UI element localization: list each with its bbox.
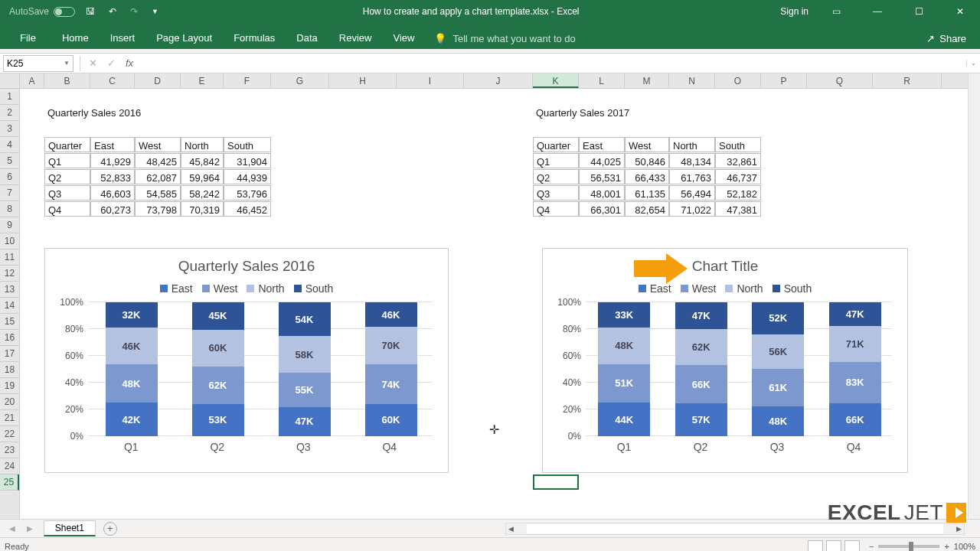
cell[interactable]: 60,273 — [90, 201, 135, 217]
cancel-formula-icon[interactable]: ✕ — [83, 57, 102, 69]
cell[interactable]: 52,833 — [90, 169, 135, 184]
bar-segment[interactable]: 60K — [192, 330, 244, 367]
bar-segment[interactable]: 70K — [365, 327, 417, 364]
signin-link[interactable]: Sign in — [780, 6, 808, 17]
cell[interactable]: West — [625, 137, 669, 152]
cell[interactable]: Q1 — [44, 153, 90, 168]
bar-stack[interactable]: 57K66K62K47K — [675, 302, 727, 436]
cell[interactable]: South — [715, 137, 761, 152]
zoom-out-button[interactable]: − — [869, 542, 874, 551]
bar-stack[interactable]: 44K51K48K33K — [598, 302, 650, 436]
bar-segment[interactable]: 66K — [829, 403, 881, 436]
row-header[interactable]: 3 — [0, 121, 19, 137]
cell[interactable]: North — [669, 137, 715, 152]
row-header[interactable]: 25 — [0, 474, 19, 491]
cell[interactable]: 52,182 — [715, 185, 761, 201]
cell[interactable]: 61,763 — [669, 169, 715, 184]
row-header[interactable]: 14 — [0, 298, 19, 314]
autosave-toggle[interactable]: AutoSave — [9, 6, 75, 17]
col-header[interactable]: G — [271, 73, 329, 88]
view-layout-button[interactable] — [826, 540, 841, 552]
col-header[interactable]: M — [625, 73, 669, 88]
bar-stack[interactable]: 53K62K60K45K — [192, 302, 244, 436]
fx-icon[interactable]: fx — [120, 57, 139, 69]
bar-segment[interactable]: 47K — [829, 302, 881, 326]
bar-segment[interactable]: 71K — [829, 326, 881, 361]
row-header[interactable]: 5 — [0, 153, 19, 169]
tab-page-layout[interactable]: Page Layout — [145, 27, 223, 49]
view-pagebreak-button[interactable] — [844, 540, 860, 552]
bar-segment[interactable]: 62K — [675, 329, 727, 365]
cell[interactable]: 48,134 — [669, 153, 715, 168]
sheet-tab[interactable]: Sheet1 — [44, 520, 96, 536]
col-header[interactable]: D — [135, 73, 181, 88]
cell[interactable]: North — [181, 137, 224, 152]
col-header[interactable]: O — [715, 73, 761, 88]
add-sheet-button[interactable]: + — [103, 522, 117, 536]
bar-segment[interactable]: 32K — [106, 302, 158, 328]
bar-segment[interactable]: 46K — [106, 328, 158, 364]
vertical-scrollbar[interactable] — [968, 73, 980, 519]
cell[interactable]: 48,001 — [579, 185, 625, 201]
row-header[interactable]: 9 — [0, 217, 19, 233]
bar-segment[interactable]: 48K — [752, 406, 804, 436]
bar-segment[interactable]: 48K — [106, 364, 158, 403]
cell[interactable]: 41,929 — [90, 153, 135, 168]
chevron-down-icon[interactable]: ▼ — [64, 60, 70, 67]
cell[interactable]: 66,301 — [579, 201, 625, 217]
cell[interactable]: Q4 — [44, 201, 90, 217]
tab-formulas[interactable]: Formulas — [223, 27, 286, 49]
cell[interactable]: 71,022 — [669, 201, 715, 217]
cell[interactable]: Quarter — [44, 137, 90, 152]
cell[interactable]: Q4 — [533, 201, 579, 217]
bar-segment[interactable]: 56K — [752, 334, 804, 369]
bar-segment[interactable]: 55K — [279, 373, 331, 407]
cell[interactable]: Q1 — [533, 153, 579, 168]
tab-data[interactable]: Data — [286, 27, 328, 49]
row-header[interactable]: 18 — [0, 362, 19, 378]
bar-segment[interactable]: 48K — [598, 328, 650, 364]
bar-segment[interactable]: 61K — [752, 369, 804, 406]
cell[interactable]: 59,964 — [181, 169, 224, 184]
column-headers[interactable]: ABCDEFGHIJKLMNOPQR — [20, 73, 968, 89]
bar-segment[interactable]: 83K — [829, 362, 881, 403]
cell[interactable]: 61,135 — [625, 185, 669, 201]
col-header[interactable]: E — [181, 73, 224, 88]
row-header[interactable]: 15 — [0, 314, 19, 330]
qat-dropdown-icon[interactable]: ▼ — [149, 6, 162, 17]
cell[interactable]: 70,319 — [181, 201, 224, 217]
cell[interactable]: Quarterly Sales 2016 — [44, 105, 198, 120]
bar-stack[interactable]: 47K55K58K54K — [279, 302, 331, 436]
bar-segment[interactable]: 54K — [279, 302, 331, 336]
chart[interactable]: Quarterly Sales 2016EastWestNorthSouth0%… — [44, 248, 449, 473]
cell[interactable]: Q2 — [44, 169, 90, 184]
col-header[interactable]: H — [329, 73, 397, 88]
cell[interactable]: 46,603 — [90, 185, 135, 201]
bar-segment[interactable]: 47K — [279, 407, 331, 436]
col-header[interactable]: F — [224, 73, 271, 88]
bar-segment[interactable]: 74K — [365, 364, 417, 403]
cell[interactable]: 53,796 — [224, 185, 271, 201]
active-cell[interactable] — [533, 474, 579, 490]
cell[interactable]: 46,452 — [224, 201, 271, 217]
close-icon[interactable]: ✕ — [946, 6, 974, 17]
cell[interactable]: 56,531 — [579, 169, 625, 184]
chart[interactable]: Chart TitleEastWestNorthSouth0%20%40%60%… — [542, 248, 908, 473]
legend-item[interactable]: West — [202, 282, 238, 295]
col-header[interactable]: R — [873, 73, 942, 88]
row-header[interactable]: 19 — [0, 378, 19, 394]
row-header[interactable]: 11 — [0, 249, 19, 266]
row-headers[interactable]: 1234567891011121314151617181920212223242… — [0, 89, 20, 519]
minimize-icon[interactable]: — — [864, 6, 891, 17]
bar-segment[interactable]: 42K — [106, 403, 158, 436]
col-header[interactable]: Q — [807, 73, 873, 88]
ribbon-options-icon[interactable]: ▭ — [822, 6, 850, 17]
tab-file[interactable]: File — [5, 27, 51, 49]
row-header[interactable]: 23 — [0, 442, 19, 458]
cell[interactable]: Q2 — [533, 169, 579, 184]
col-header[interactable]: J — [464, 73, 533, 88]
maximize-icon[interactable]: ☐ — [905, 6, 933, 17]
chart-title[interactable]: Quarterly Sales 2016 — [45, 249, 448, 275]
row-header[interactable]: 24 — [0, 458, 19, 474]
col-header[interactable]: K — [533, 73, 579, 88]
